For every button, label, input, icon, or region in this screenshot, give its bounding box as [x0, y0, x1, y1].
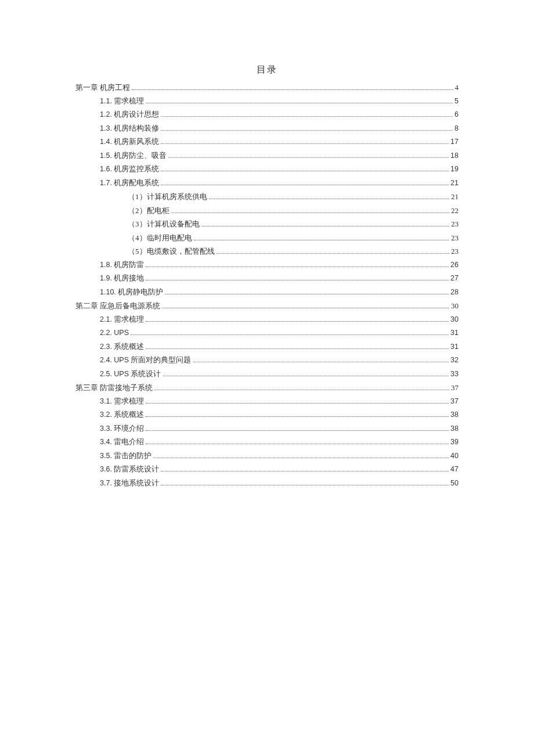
toc-entry-page: 28 [450, 286, 459, 300]
toc-entry-label: 第一章 机房工程 [75, 81, 130, 95]
toc-entry[interactable]: 2.5. UPS 系统设计33 [75, 368, 459, 381]
toc-entry[interactable]: 1.5. 机房防尘、吸音18 [75, 149, 459, 163]
toc-leader-dots [201, 226, 450, 226]
toc-entry[interactable]: 第二章 应急后备电源系统30 [75, 299, 459, 313]
toc-entry[interactable]: 3.7. 接地系统设计50 [75, 477, 459, 491]
toc-entry-label: 3.2. 系统概述 [100, 408, 144, 422]
toc-entry[interactable]: 2.3. 系统概述31 [75, 340, 459, 354]
toc-entry-page: 6 [454, 108, 459, 122]
toc-leader-dots [146, 280, 449, 280]
toc-leader-dots [161, 485, 449, 485]
toc-entry-label: （1）计算机房系统供电 [128, 190, 207, 204]
toc-entry[interactable]: 1.6. 机房监控系统19 [75, 163, 459, 177]
toc-leader-dots [146, 416, 449, 417]
toc-entry-label: 2.4. UPS 所面对的典型问题 [100, 354, 192, 368]
toc-leader-dots [209, 199, 450, 199]
toc-entry[interactable]: 1.3. 机房结构装修8 [75, 122, 459, 136]
toc-leader-dots [132, 89, 453, 90]
toc-entry[interactable]: 2.2. UPS31 [75, 326, 459, 340]
toc-entry[interactable]: （5）电缆敷设，配管配线23 [75, 244, 459, 258]
toc-leader-dots [165, 294, 449, 294]
toc-entry[interactable]: 2.4. UPS 所面对的典型问题32 [75, 354, 459, 368]
toc-leader-dots [161, 171, 449, 171]
toc-entry-label: （3）计算机设备配电 [128, 217, 200, 231]
toc-entry-page: 21 [450, 177, 459, 190]
toc-leader-dots [162, 308, 449, 308]
toc-entry[interactable]: 1.10. 机房静电防护28 [75, 286, 459, 300]
toc-entry-label: （2）配电柜 [128, 204, 169, 218]
toc-entry-page: 4 [455, 81, 459, 95]
toc-leader-dots [217, 253, 450, 254]
toc-entry[interactable]: 3.5. 雷击的防护40 [75, 449, 459, 463]
toc-entry[interactable]: （1）计算机房系统供电21 [75, 190, 459, 204]
toc-entry[interactable]: （2）配电柜22 [75, 204, 459, 218]
toc-entry-page: 38 [450, 422, 459, 436]
toc-entry-label: 1.5. 机房防尘、吸音 [100, 149, 167, 163]
toc-entry-label: 3.4. 雷电介绍 [100, 435, 144, 449]
toc-entry-label: 1.3. 机房结构装修 [100, 122, 159, 136]
toc-leader-dots [163, 376, 449, 376]
toc-entry[interactable]: 3.4. 雷电介绍39 [75, 435, 459, 449]
toc-container: 第一章 机房工程41.1. 需求梳理51.2. 机房设计思想61.3. 机房结构… [75, 81, 459, 490]
toc-leader-dots [146, 430, 449, 431]
toc-entry-label: 1.7. 机房配电系统 [100, 177, 159, 190]
toc-leader-dots [153, 458, 449, 458]
toc-entry-page: 31 [450, 340, 459, 354]
toc-leader-dots [161, 471, 449, 471]
toc-leader-dots [146, 103, 453, 103]
toc-entry-page: 23 [451, 244, 459, 258]
toc-entry-label: （5）电缆敷设，配管配线 [128, 244, 215, 258]
toc-entry-page: 18 [450, 149, 459, 163]
toc-entry-page: 32 [450, 354, 459, 368]
toc-entry-label: 3.3. 环境介绍 [100, 422, 144, 436]
toc-leader-dots [146, 444, 449, 444]
toc-entry[interactable]: 3.3. 环境介绍38 [75, 422, 459, 436]
toc-entry-label: 2.2. UPS [100, 326, 129, 340]
toc-entry[interactable]: （3）计算机设备配电23 [75, 217, 459, 231]
toc-entry[interactable]: 2.1. 需求梳理30 [75, 313, 459, 327]
toc-entry[interactable]: 3.2. 系统概述38 [75, 408, 459, 422]
toc-entry-label: （4）临时用电配电 [128, 231, 192, 245]
toc-entry[interactable]: 1.1. 需求梳理5 [75, 95, 459, 109]
toc-entry-label: 1.9. 机房接地 [100, 272, 144, 286]
toc-entry[interactable]: 1.2. 机房设计思想6 [75, 108, 459, 122]
toc-entry-page: 22 [451, 204, 459, 218]
toc-entry[interactable]: 1.8. 机房防雷26 [75, 258, 459, 272]
toc-leader-dots [168, 157, 449, 158]
toc-entry-page: 39 [450, 435, 459, 449]
toc-entry[interactable]: 1.9. 机房接地27 [75, 272, 459, 286]
toc-leader-dots [161, 143, 449, 144]
toc-entry[interactable]: （4）临时用电配电23 [75, 231, 459, 245]
toc-leader-dots [146, 321, 449, 322]
toc-entry[interactable]: 1.4. 机房新风系统17 [75, 135, 459, 149]
toc-entry-label: 第三章 防雷接地子系统 [75, 381, 153, 395]
toc-entry-page: 33 [450, 368, 459, 381]
toc-entry[interactable]: 第一章 机房工程4 [75, 81, 459, 95]
toc-leader-dots [146, 403, 449, 404]
toc-entry[interactable]: 1.7. 机房配电系统21 [75, 177, 459, 190]
toc-entry-label: 1.4. 机房新风系统 [100, 135, 159, 149]
toc-leader-dots [161, 116, 453, 117]
toc-entry[interactable]: 3.1. 需求梳理37 [75, 395, 459, 409]
toc-entry-page: 37 [451, 381, 459, 395]
toc-entry-label: 1.8. 机房防雷 [100, 258, 144, 272]
toc-entry-label: 2.5. UPS 系统设计 [100, 368, 161, 381]
toc-leader-dots [161, 130, 453, 131]
toc-leader-dots [146, 348, 449, 349]
toc-entry-label: 3.6. 防雷系统设计 [100, 463, 159, 477]
toc-leader-dots [194, 240, 450, 240]
toc-leader-dots [131, 334, 449, 335]
toc-entry-page: 21 [451, 190, 459, 204]
toc-entry[interactable]: 3.6. 防雷系统设计47 [75, 463, 459, 477]
toc-entry-page: 26 [450, 258, 459, 272]
toc-entry-page: 23 [451, 217, 459, 231]
toc-entry-page: 23 [451, 231, 459, 245]
toc-entry-label: 1.2. 机房设计思想 [100, 108, 159, 122]
toc-entry-label: 1.6. 机房监控系统 [100, 163, 159, 177]
toc-entry-page: 40 [450, 449, 459, 463]
toc-entry-page: 50 [450, 477, 459, 491]
toc-entry-label: 1.1. 需求梳理 [100, 95, 144, 109]
toc-leader-dots [193, 362, 449, 362]
toc-leader-dots [161, 185, 449, 185]
toc-entry[interactable]: 第三章 防雷接地子系统37 [75, 381, 459, 395]
